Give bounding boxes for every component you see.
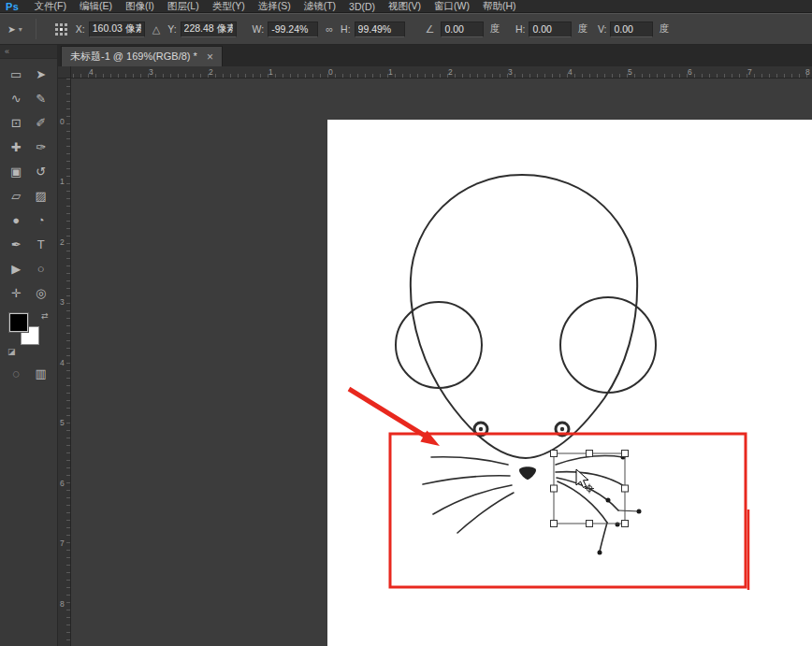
separator bbox=[36, 19, 36, 39]
horizontal-skew-group: H: 度 bbox=[515, 22, 587, 37]
menu-item-9[interactable]: 视图(V) bbox=[382, 0, 428, 13]
menu-item-6[interactable]: 选择(S) bbox=[252, 0, 297, 13]
v-ruler-label: 8 bbox=[60, 599, 65, 609]
menu-item-7[interactable]: 滤镜(T) bbox=[297, 0, 342, 13]
brush-tool[interactable]: ✑ bbox=[29, 135, 54, 159]
v-skew-label: V: bbox=[598, 23, 607, 35]
hand-tool[interactable]: ✛ bbox=[4, 280, 29, 305]
horizontal-skew-input[interactable] bbox=[529, 22, 572, 37]
move-tool[interactable]: ➤ bbox=[29, 62, 54, 86]
dodge-tool[interactable]: ◔ bbox=[29, 208, 54, 232]
h-ruler-label: 3 bbox=[508, 67, 513, 77]
menu-item-4[interactable]: 图层(L) bbox=[161, 0, 206, 13]
h-ruler-label: 0 bbox=[328, 67, 333, 77]
toolbox-grid: ▭➤∿✎⊡✐✚✑▣↺▱▨●◔✒T▶○✛◎ bbox=[0, 59, 57, 308]
h-ruler-label: 7 bbox=[747, 67, 752, 77]
history-brush-tool[interactable]: ↺ bbox=[29, 159, 54, 183]
blur-tool[interactable]: ● bbox=[4, 208, 29, 232]
menu-item-5[interactable]: 类型(Y) bbox=[206, 0, 252, 13]
toolbox-panel: « ▭➤∿✎⊡✐✚✑▣↺▱▨●◔✒T▶○✛◎ ⇄ ◪ ◌▥ bbox=[0, 45, 58, 646]
menu-item-3[interactable]: 图像(I) bbox=[119, 0, 161, 13]
toolbox-collapse-chevron[interactable]: « bbox=[0, 45, 57, 59]
vertical-skew-input[interactable] bbox=[610, 22, 653, 37]
relative-position-delta-icon[interactable]: △ bbox=[150, 23, 163, 36]
rotation-group: ∠ 度 bbox=[423, 22, 500, 37]
h-label: H: bbox=[341, 23, 351, 35]
menu-item-11[interactable]: 帮助(H) bbox=[476, 0, 523, 13]
document-tab-bar: 未标题-1 @ 169%(RGB/8) * × bbox=[58, 45, 812, 66]
y-position-input[interactable] bbox=[181, 22, 237, 37]
transform-handle-ne[interactable] bbox=[622, 451, 629, 457]
height-scale-input[interactable] bbox=[355, 22, 405, 37]
quick-mask-mode-button[interactable]: ◌ bbox=[4, 361, 29, 385]
y-position-group: Y: bbox=[167, 22, 236, 37]
eyedropper-tool[interactable]: ✐ bbox=[29, 110, 54, 135]
rectangular-marquee-tool[interactable]: ▭ bbox=[4, 62, 29, 86]
document-canvas[interactable] bbox=[327, 120, 812, 646]
x-label: X: bbox=[76, 23, 85, 35]
transform-handle-n[interactable] bbox=[587, 451, 593, 457]
v-ruler-label: 4 bbox=[60, 358, 65, 367]
menu-item-1[interactable]: 文件(F) bbox=[27, 0, 72, 13]
eraser-tool[interactable]: ▱ bbox=[4, 183, 29, 208]
h-ruler-label: 4 bbox=[568, 67, 573, 77]
close-icon[interactable]: × bbox=[207, 51, 213, 63]
menu-bar: Ps 文件(F)编辑(E)图像(I)图层(L)类型(Y)选择(S)滤镜(T)3D… bbox=[0, 0, 812, 13]
x-position-input[interactable] bbox=[89, 22, 145, 37]
link-dimensions-icon[interactable]: ∞ bbox=[323, 23, 336, 35]
transform-handle-w[interactable] bbox=[551, 485, 558, 492]
horizontal-type-tool[interactable]: T bbox=[29, 232, 54, 256]
reference-point-locator-icon[interactable] bbox=[55, 23, 67, 36]
lasso-tool[interactable]: ∿ bbox=[4, 86, 29, 110]
crop-tool[interactable]: ⊡ bbox=[4, 110, 29, 135]
menu-items: 文件(F)编辑(E)图像(I)图层(L)类型(Y)选择(S)滤镜(T)3D(D)… bbox=[27, 0, 522, 13]
ruler-origin-corner[interactable] bbox=[58, 66, 71, 79]
width-group: W: bbox=[253, 22, 319, 37]
menu-item-2[interactable]: 编辑(E) bbox=[73, 0, 119, 13]
swap-colors-icon[interactable]: ⇄ bbox=[41, 311, 49, 321]
v-ruler-label: 3 bbox=[60, 297, 65, 307]
transform-handle-se[interactable] bbox=[622, 521, 629, 527]
screen-mode-button[interactable]: ▥ bbox=[29, 361, 54, 385]
ellipse-tool[interactable]: ○ bbox=[29, 256, 54, 280]
zoom-tool[interactable]: ◎ bbox=[29, 280, 54, 305]
vertical-skew-group: V: 度 bbox=[598, 22, 669, 37]
x-position-group: X: bbox=[76, 22, 145, 37]
v-skew-unit-label: 度 bbox=[659, 22, 669, 36]
transform-handle-s[interactable] bbox=[587, 521, 593, 527]
h-ruler-label: 5 bbox=[628, 67, 632, 77]
path-selection-tool[interactable]: ▶ bbox=[4, 256, 29, 280]
foreground-color-swatch[interactable] bbox=[9, 313, 28, 332]
canvas-viewport[interactable] bbox=[0, 0, 812, 646]
h-ruler-label: 1 bbox=[268, 67, 273, 77]
photoshop-window: { "menubar": { "logo": "Ps", "items": ["… bbox=[0, 0, 812, 646]
document-tab[interactable]: 未标题-1 @ 169%(RGB/8) * × bbox=[61, 46, 223, 66]
menu-item-10[interactable]: 窗口(W) bbox=[428, 0, 476, 13]
h-ruler-label: 1 bbox=[388, 67, 393, 77]
pen-tool[interactable]: ✒ bbox=[4, 232, 29, 256]
transform-handle-sw[interactable] bbox=[551, 521, 558, 527]
gradient-tool[interactable]: ▨ bbox=[29, 183, 54, 208]
width-scale-input[interactable] bbox=[268, 22, 318, 37]
v-ruler-label: 5 bbox=[60, 418, 65, 427]
menu-item-8[interactable]: 3D(D) bbox=[342, 1, 382, 12]
clone-stamp-tool[interactable]: ▣ bbox=[4, 159, 29, 183]
w-label: W: bbox=[253, 23, 265, 35]
rotate-angle-icon: ∠ bbox=[423, 23, 438, 36]
tool-preset-picker[interactable]: ➤ ▾ bbox=[0, 23, 30, 35]
options-bar: ➤ ▾ X: △ Y: W: ∞ H: ∠ 度 H: 度 bbox=[0, 13, 812, 45]
transform-handle-e[interactable] bbox=[622, 485, 629, 492]
quick-selection-tool[interactable]: ✎ bbox=[29, 86, 54, 110]
h-skew-unit-label: 度 bbox=[577, 22, 587, 36]
h-ruler-label: 8 bbox=[805, 67, 810, 77]
horizontal-ruler[interactable]: 4321012345678 bbox=[58, 66, 812, 79]
v-ruler-label: 1 bbox=[60, 177, 65, 186]
photoshop-logo: Ps bbox=[0, 1, 27, 12]
transform-handle-nw[interactable] bbox=[551, 451, 558, 457]
spot-healing-brush-tool[interactable]: ✚ bbox=[4, 135, 29, 159]
default-colors-icon[interactable]: ◪ bbox=[7, 347, 16, 356]
v-ruler-label: 2 bbox=[60, 237, 65, 247]
rotation-angle-input[interactable] bbox=[441, 22, 484, 37]
vertical-ruler[interactable]: 012345678 bbox=[58, 79, 71, 646]
document-tab-title: 未标题-1 @ 169%(RGB/8) * bbox=[70, 50, 197, 64]
